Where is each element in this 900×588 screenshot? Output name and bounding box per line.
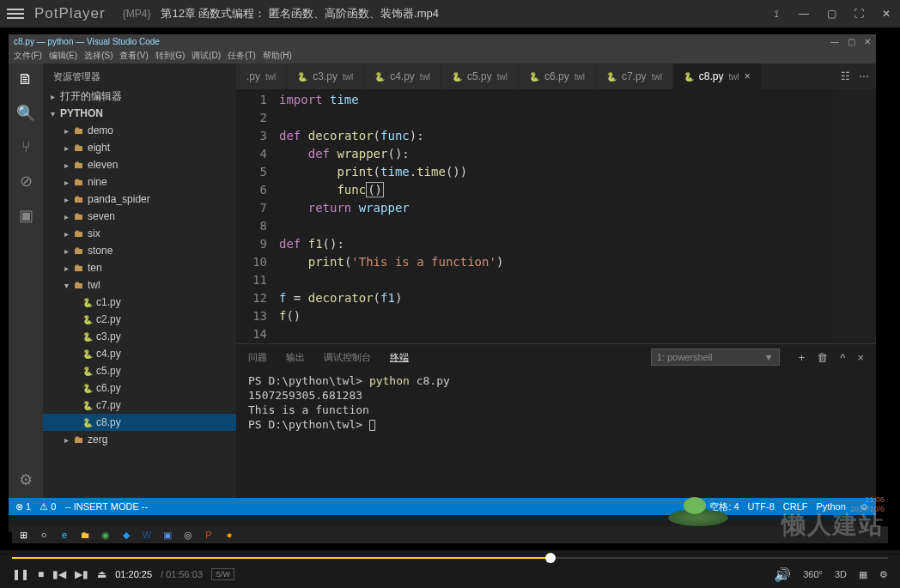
status-warnings[interactable]: ⚠ 0 xyxy=(40,501,56,512)
file-c3[interactable]: 🐍c3.py xyxy=(43,328,236,345)
folder-ten[interactable]: ▸🖿ten xyxy=(43,259,236,276)
chrome-icon[interactable]: ◎ xyxy=(180,528,196,542)
line-numbers: 1234567891011121314 xyxy=(236,91,279,343)
menu-select[interactable]: 选择(S) xyxy=(84,50,112,62)
vscode-menubar: 文件(F) 编辑(E) 选择(S) 查看(V) 转到(G) 调试(D) 任务(T… xyxy=(9,48,876,64)
panel-tab-output[interactable]: 输出 xyxy=(286,351,305,364)
tab-c8[interactable]: 🐍c8.pytwl× xyxy=(673,64,762,89)
close-icon[interactable]: ✕ xyxy=(879,7,893,21)
folder-demo[interactable]: ▸🖿demo xyxy=(43,122,236,139)
pause-button[interactable]: ❚❚ xyxy=(12,568,29,580)
vsc-max-icon[interactable]: ▢ xyxy=(848,37,855,46)
maximize-icon[interactable]: ▢ xyxy=(824,7,838,21)
stop-button[interactable]: ■ xyxy=(38,568,44,580)
playlist-icon[interactable]: ▦ xyxy=(859,569,867,580)
file-c8[interactable]: 🐍c8.py xyxy=(43,414,236,431)
folder-seven[interactable]: ▸🖿seven xyxy=(43,208,236,225)
terminal-cursor xyxy=(369,420,375,431)
panel-tab-terminal[interactable]: 终端 xyxy=(390,351,409,364)
vsc-close-icon[interactable]: ✕ xyxy=(864,37,871,46)
tab-c3[interactable]: 🐍c3.pytwl xyxy=(287,64,364,89)
minimize-icon[interactable]: — xyxy=(797,7,811,21)
file-c2[interactable]: 🐍c2.py xyxy=(43,311,236,328)
pin-icon[interactable]: ⟟ xyxy=(769,7,783,21)
folder-eight[interactable]: ▸🖿eight xyxy=(43,139,236,156)
status-bar: ⊗ 1 ⚠ 0 -- INSERT MODE -- 15 空格: 4 UTF-8… xyxy=(9,498,876,515)
file-c1[interactable]: 🐍c1.py xyxy=(43,294,236,311)
tab-c6[interactable]: 🐍c6.pytwl xyxy=(519,64,596,89)
folder-stone[interactable]: ▸🖿stone xyxy=(43,242,236,259)
tab-c5[interactable]: 🐍c5.pytwl xyxy=(441,64,519,89)
tab-partial[interactable]: .pytwl xyxy=(236,64,287,89)
file-c7[interactable]: 🐍c7.py xyxy=(43,397,236,414)
menu-goto[interactable]: 转到(G) xyxy=(155,50,185,62)
sw-badge[interactable]: S/W xyxy=(211,568,234,580)
maximize-panel-icon[interactable]: ^ xyxy=(840,351,845,364)
status-encoding[interactable]: UTF-8 xyxy=(748,501,775,512)
tab-c4[interactable]: 🐍c4.pytwl xyxy=(364,64,441,89)
video-viewport[interactable]: c8.py — python — Visual Studio Code —▢✕ … xyxy=(0,27,900,550)
panel-tab-problems[interactable]: 问题 xyxy=(248,351,267,364)
settings-gear-icon[interactable]: ⚙ xyxy=(879,569,888,580)
new-terminal-icon[interactable]: + xyxy=(799,351,806,364)
file-c5[interactable]: 🐍c5.py xyxy=(43,362,236,379)
vr-360-button[interactable]: 360° xyxy=(803,569,823,579)
status-mode: -- INSERT MODE -- xyxy=(64,501,148,512)
folder-nine[interactable]: ▸🖿nine xyxy=(43,173,236,191)
code-content: import time def decorator(func): def wra… xyxy=(279,91,876,343)
status-errors[interactable]: ⊗ 1 xyxy=(15,501,31,512)
start-icon[interactable]: ⊞ xyxy=(15,528,31,542)
search-icon[interactable]: 🔍 xyxy=(16,104,35,123)
ppt-icon[interactable]: P xyxy=(201,528,216,542)
split-editor-icon[interactable]: ☷ xyxy=(841,70,850,82)
menu-file[interactable]: 文件(F) xyxy=(14,50,42,62)
gear-icon[interactable]: ⚙ xyxy=(19,470,33,489)
sidebar-header: 资源管理器 xyxy=(43,64,236,88)
extensions-icon[interactable]: ▣ xyxy=(19,206,33,225)
progress-bar[interactable] xyxy=(0,554,900,561)
code-editor[interactable]: 1234567891011121314 import time def deco… xyxy=(236,89,876,343)
app-icon[interactable]: ● xyxy=(222,528,237,542)
folder-six[interactable]: ▸🖿six xyxy=(43,225,236,242)
file-c6[interactable]: 🐍c6.py xyxy=(43,379,236,397)
wechat-icon[interactable]: ◉ xyxy=(98,528,113,542)
file-c4[interactable]: 🐍c4.py xyxy=(43,345,236,362)
more-icon[interactable]: ⋯ xyxy=(859,70,869,82)
3d-button[interactable]: 3D xyxy=(835,569,847,579)
debug-icon[interactable]: ⊘ xyxy=(20,172,33,191)
hamburger-menu-icon[interactable] xyxy=(7,9,24,19)
word-icon[interactable]: W xyxy=(139,528,155,542)
edge-icon[interactable]: e xyxy=(57,528,72,542)
section-root[interactable]: ▾PYTHON xyxy=(43,105,236,122)
section-open-editors[interactable]: ▸打开的编辑器 xyxy=(43,88,236,105)
terminal-output[interactable]: PS D:\python\twl> python c8.py 150725930… xyxy=(236,370,876,498)
menu-view[interactable]: 查看(V) xyxy=(119,50,148,62)
volume-icon[interactable]: 🔊 xyxy=(774,567,791,583)
next-button[interactable]: ▶▮ xyxy=(75,568,88,580)
folder-zerg[interactable]: ▸🖿zerg xyxy=(43,431,236,448)
git-icon[interactable]: ⑂ xyxy=(21,138,31,156)
vsc-min-icon[interactable]: — xyxy=(830,37,839,46)
folder-eleven[interactable]: ▸🖿eleven xyxy=(43,156,236,173)
tab-close-icon[interactable]: × xyxy=(745,70,751,82)
tim-icon[interactable]: ◆ xyxy=(119,528,134,542)
menu-debug[interactable]: 调试(D) xyxy=(192,50,221,62)
fullscreen-icon[interactable]: ⛶ xyxy=(852,7,866,21)
folder-panda-spider[interactable]: ▸🖿panda_spider xyxy=(43,191,236,208)
folder-twl[interactable]: ▾🖿twl xyxy=(43,276,236,294)
minimap[interactable] xyxy=(833,89,876,343)
tab-c7[interactable]: 🐍c7.pytwl xyxy=(596,64,673,89)
menu-tasks[interactable]: 任务(T) xyxy=(228,50,256,62)
menu-edit[interactable]: 编辑(E) xyxy=(49,50,77,62)
vscode-taskbar-icon[interactable]: ▣ xyxy=(160,528,175,542)
menu-help[interactable]: 帮助(H) xyxy=(263,50,292,62)
terminal-dropdown[interactable]: 1: powershell▼ xyxy=(651,349,780,366)
prev-button[interactable]: ▮◀ xyxy=(52,568,66,580)
trash-icon[interactable]: 🗑 xyxy=(817,351,828,364)
explorer-icon[interactable]: 🗎 xyxy=(18,70,33,88)
cortana-icon[interactable]: ○ xyxy=(36,528,52,542)
eject-button[interactable]: ⏏ xyxy=(97,568,106,580)
folder-icon[interactable]: 🖿 xyxy=(77,528,93,542)
panel-tab-debug[interactable]: 调试控制台 xyxy=(324,351,371,364)
close-panel-icon[interactable]: × xyxy=(857,351,864,364)
